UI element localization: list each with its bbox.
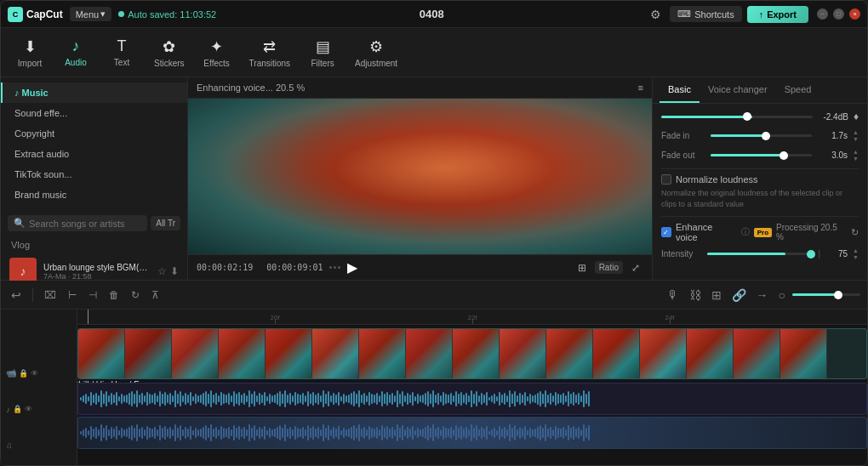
tool-transitions[interactable]: ⇄ Transitions bbox=[241, 34, 300, 71]
enhance-checkbox[interactable]: ✓ bbox=[661, 227, 671, 237]
video-track[interactable] bbox=[77, 328, 867, 379]
maximize-button[interactable]: □ bbox=[833, 9, 844, 20]
tab-speed[interactable]: Speed bbox=[776, 77, 820, 103]
ruler-tick-24f bbox=[670, 319, 671, 324]
nav-sound-effects[interactable]: Sound effe... bbox=[1, 103, 187, 123]
import-label: Import bbox=[18, 59, 42, 68]
project-title: 0408 bbox=[223, 8, 640, 20]
minimize-button[interactable]: − bbox=[817, 9, 828, 20]
settings-icon-btn[interactable]: ⚙ bbox=[647, 6, 665, 23]
divider-2 bbox=[661, 216, 859, 217]
fade-out-slider[interactable] bbox=[711, 154, 812, 156]
song-favorite-1[interactable]: ☆ bbox=[157, 265, 167, 277]
search-input-wrap[interactable]: 🔍 bbox=[8, 215, 147, 231]
intensity-value: 75 bbox=[827, 249, 848, 259]
fade-in-down[interactable]: ▼ bbox=[853, 136, 859, 142]
top-bar: C CapCut Menu ▾ Auto saved: 11:03:52 040… bbox=[1, 1, 867, 28]
video-frame-16 bbox=[780, 329, 827, 378]
audio-waveform-2 bbox=[78, 418, 866, 448]
audio-eye-icon[interactable]: 👁 bbox=[25, 405, 32, 413]
toolbar-sep-1 bbox=[32, 288, 33, 302]
normalize-checkbox[interactable] bbox=[661, 174, 671, 185]
link-icon[interactable]: ⛓ bbox=[686, 287, 705, 304]
tool-import[interactable]: ⬇ Import bbox=[8, 34, 52, 71]
expand-icon[interactable]: ⤢ bbox=[628, 260, 643, 276]
intensity-up[interactable]: ▲ bbox=[853, 247, 859, 253]
split-tool[interactable]: ⌧ bbox=[41, 287, 60, 303]
menu-button[interactable]: Menu ▾ bbox=[70, 7, 112, 21]
shortcuts-button[interactable]: ⌨ Shortcuts bbox=[670, 6, 741, 22]
video-frame-4 bbox=[219, 329, 266, 378]
tool-adjustment[interactable]: ⚙ Adjustment bbox=[346, 34, 406, 71]
close-button[interactable]: × bbox=[849, 9, 860, 20]
stickers-icon: ✿ bbox=[163, 37, 175, 56]
intensity-label: Intensity bbox=[661, 249, 702, 259]
normalize-header: Normalize loudness bbox=[661, 174, 859, 185]
video-frame-5 bbox=[266, 329, 312, 378]
trim-end-tool[interactable]: ⊣ bbox=[85, 287, 100, 303]
mic-icon[interactable]: 🎙 bbox=[664, 287, 682, 304]
search-input[interactable] bbox=[29, 219, 141, 229]
arrow-icon[interactable]: → bbox=[753, 287, 772, 304]
tool-stickers[interactable]: ✿ Stickers bbox=[146, 34, 193, 71]
video-header: Enhancing voice... 20.5 % ≡ bbox=[188, 77, 652, 99]
undo-button[interactable]: ↩ bbox=[8, 287, 25, 304]
fade-in-slider[interactable] bbox=[711, 134, 812, 137]
video-frame-11 bbox=[546, 329, 593, 378]
timeline-dots bbox=[329, 266, 340, 269]
tab-voice-changer[interactable]: Voice changer bbox=[700, 77, 776, 103]
fullscreen-icon[interactable]: ⊞ bbox=[574, 260, 590, 276]
track-eye-icon[interactable]: 👁 bbox=[31, 369, 38, 378]
clip-icon[interactable]: 🔗 bbox=[728, 287, 750, 304]
song-title-1: Urban lounge style BGM(1148490) bbox=[43, 263, 151, 272]
audio-track-1[interactable] bbox=[77, 383, 867, 415]
intensity-slider[interactable] bbox=[707, 253, 811, 255]
info-icon: ⓘ bbox=[741, 226, 750, 238]
intensity-stepper[interactable]: ▲ ▼ bbox=[853, 247, 859, 260]
intensity-down[interactable]: ▼ bbox=[853, 254, 859, 260]
nav-copyright[interactable]: Copyright bbox=[1, 123, 187, 144]
audio-lock-icon[interactable]: 🔒 bbox=[13, 405, 22, 413]
ratio-button[interactable]: Ratio bbox=[595, 261, 623, 274]
fade-in-stepper[interactable]: ▲ ▼ bbox=[853, 129, 859, 142]
snap-icon[interactable]: ⊞ bbox=[708, 287, 725, 304]
video-frame-3 bbox=[172, 329, 219, 378]
fade-out-up[interactable]: ▲ bbox=[853, 149, 859, 155]
fade-in-up[interactable]: ▲ bbox=[853, 129, 859, 135]
nav-brand-music[interactable]: Brand music bbox=[1, 185, 187, 205]
timeline-side: 📹 🔒 👁 ♪ 🔒 👁 ♫ bbox=[1, 310, 77, 466]
song-download-1[interactable]: ⬇ bbox=[170, 265, 179, 277]
zoom-slider[interactable] bbox=[792, 293, 860, 296]
video-menu-icon[interactable]: ≡ bbox=[638, 82, 643, 93]
delete-tool[interactable]: 🗑 bbox=[106, 287, 123, 303]
tool-effects[interactable]: ✦ Effects bbox=[195, 34, 239, 71]
all-filter-tag[interactable]: All Tr bbox=[151, 216, 180, 230]
normalize-desc: Normalize the original loudness of the s… bbox=[661, 188, 859, 209]
video-frame-7 bbox=[359, 329, 406, 378]
export-icon: ↑ bbox=[759, 9, 764, 20]
nav-music[interactable]: ♪ Music bbox=[1, 82, 187, 103]
track-lock-icon[interactable]: 🔒 bbox=[19, 369, 28, 378]
menu-chevron-icon: ▾ bbox=[100, 9, 106, 20]
volume-value: -2.4dB bbox=[818, 112, 848, 122]
volume-slider[interactable] bbox=[661, 116, 813, 118]
tool-audio[interactable]: ♪ Audio bbox=[54, 34, 98, 71]
export-button[interactable]: ↑ Export bbox=[747, 6, 808, 23]
tool-text[interactable]: T Text bbox=[100, 34, 144, 71]
nav-extract-audio[interactable]: Extract audio bbox=[1, 144, 187, 164]
rotate-tool[interactable]: ↻ bbox=[128, 287, 143, 303]
fade-out-down[interactable]: ▼ bbox=[853, 156, 859, 162]
fade-out-stepper[interactable]: ▲ ▼ bbox=[853, 149, 859, 162]
play-button[interactable]: ▶ bbox=[347, 259, 357, 276]
timeline-content[interactable]: 20f 22f 24f bbox=[77, 310, 867, 466]
refresh-button[interactable]: ↻ bbox=[851, 227, 859, 238]
circle-icon[interactable]: ○ bbox=[775, 287, 789, 304]
tab-basic[interactable]: Basic bbox=[660, 77, 700, 103]
trim-start-tool[interactable]: ⊢ bbox=[65, 287, 80, 303]
tool-filters[interactable]: ▤ Filters bbox=[300, 34, 345, 71]
audio-track-2[interactable] bbox=[77, 417, 867, 449]
nav-tiktok[interactable]: TikTok soun... bbox=[1, 164, 187, 185]
processing-text: Processing 20.5 % bbox=[776, 223, 847, 242]
mirror-tool[interactable]: ⊼ bbox=[148, 287, 163, 303]
ruler-spacer bbox=[6, 327, 71, 342]
